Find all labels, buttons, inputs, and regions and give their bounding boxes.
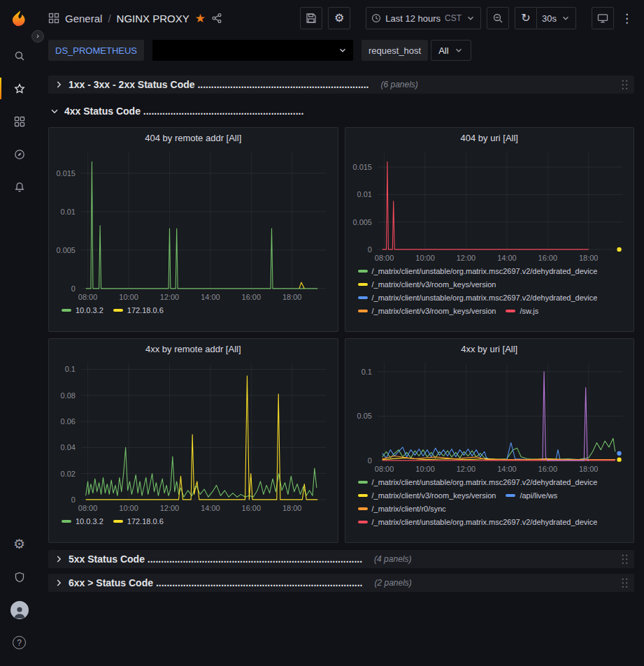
legend-series-label: /_matrix/client/r0/sync	[372, 503, 446, 514]
svg-text:10:00: 10:00	[415, 465, 434, 473]
row-drag-handle-icon[interactable]	[621, 79, 629, 91]
row-6xx[interactable]: 6xx > Status Code ......................…	[48, 574, 634, 592]
svg-text:0.01: 0.01	[61, 208, 76, 216]
kebab-icon: ⋮	[621, 13, 633, 24]
dashboard-canvas: 1xx - 3xx - 2xx Status Code ............…	[38, 68, 644, 666]
request-host-select[interactable]: All	[431, 40, 471, 61]
svg-text:12:00: 12:00	[160, 293, 179, 301]
request-host-variable: request_host All	[362, 40, 471, 61]
main-area: General / NGINX PROXY ★ ⚙	[38, 0, 644, 666]
chevron-down-icon	[466, 13, 475, 23]
clock-icon	[371, 13, 381, 23]
time-range-picker[interactable]: Last 12 hours CST	[366, 7, 481, 29]
legend-item[interactable]: /_matrix/client/v3/room_keys/version	[358, 279, 496, 290]
sidebar-item-starred[interactable]	[0, 72, 38, 105]
legend-item[interactable]: 10.0.3.2	[62, 516, 103, 527]
more-options-button[interactable]: ⋮	[620, 7, 634, 29]
chevron-down-icon	[561, 13, 571, 23]
legend-item[interactable]: /_matrix/client/unstable/org.matrix.msc2…	[358, 477, 598, 488]
svg-text:0.005: 0.005	[57, 246, 76, 254]
panel-title[interactable]: 4xx by uri [All]	[345, 339, 634, 356]
compass-icon	[14, 149, 25, 160]
legend-series-swatch	[358, 283, 368, 286]
sidebar-item-profile[interactable]	[0, 593, 38, 626]
legend-series-label: 10.0.3.2	[76, 516, 103, 527]
legend-item[interactable]: 172.18.0.6	[113, 305, 164, 316]
share-icon[interactable]	[211, 13, 222, 24]
row-4xx[interactable]: 4xx Status Code ........................…	[48, 102, 634, 120]
legend-series-swatch	[358, 507, 368, 510]
datasource-variable-select[interactable]	[152, 40, 353, 61]
legend-series-swatch	[506, 310, 515, 312]
legend-item[interactable]: /_matrix/client/r0/sync	[358, 503, 446, 514]
sidebar-item-configuration[interactable]: ⚙	[0, 528, 38, 560]
help-icon: ?	[13, 636, 26, 649]
refresh-button[interactable]: ↻	[515, 7, 537, 29]
row-panel-count: (6 panels)	[380, 80, 417, 89]
svg-text:16:00: 16:00	[538, 465, 557, 473]
apps-icon	[48, 13, 59, 24]
legend-item[interactable]: /_matrix/client/v3/room_keys/version	[358, 490, 496, 501]
favorite-star-icon[interactable]: ★	[195, 13, 206, 24]
shield-icon	[14, 572, 25, 583]
svg-text:08:00: 08:00	[374, 465, 393, 473]
svg-text:18:00: 18:00	[282, 293, 301, 301]
svg-text:0: 0	[71, 495, 76, 504]
legend-item[interactable]: /_matrix/client/unstable/org.matrix.msc2…	[358, 292, 598, 303]
time-range-label: Last 12 hours	[385, 13, 441, 24]
sidebar-expand-button[interactable]: ›	[31, 30, 44, 43]
row-panel-count: (2 panels)	[375, 578, 412, 588]
tv-mode-button[interactable]	[592, 7, 614, 29]
svg-text:10:00: 10:00	[119, 504, 138, 512]
breadcrumb-folder[interactable]: General	[65, 13, 102, 24]
chart-4xx-by-remote-addr[interactable]: 00.020.040.060.080.108:0010:0012:0014:00…	[49, 356, 338, 515]
legend-item[interactable]: 172.18.0.6	[113, 516, 164, 527]
row-5xx[interactable]: 5xx Status Code ........................…	[48, 550, 634, 568]
sidebar-item-dashboards[interactable]	[0, 105, 38, 138]
legend-item[interactable]: /sw.js	[506, 305, 538, 317]
legend-series-label: 172.18.0.6	[127, 516, 164, 527]
row-drag-handle-icon[interactable]	[621, 577, 629, 589]
row-1xx-3xx-2xx[interactable]: 1xx - 3xx - 2xx Status Code ............…	[48, 75, 634, 94]
panel-title[interactable]: 404 by remote addr [All]	[49, 128, 338, 145]
row-title: 1xx - 3xx - 2xx Status Code ............…	[69, 79, 368, 90]
legend-item[interactable]: /api/live/ws	[506, 490, 557, 501]
sidebar-item-search[interactable]	[0, 39, 38, 72]
svg-text:12:00: 12:00	[456, 254, 475, 262]
chart-404-by-remote-addr[interactable]: 00.0050.010.01508:0010:0012:0014:0016:00…	[49, 145, 338, 304]
legend-item[interactable]: /_matrix/client/unstable/org.matrix.msc2…	[358, 516, 598, 528]
refresh-interval-dropdown[interactable]: 30s	[536, 7, 576, 29]
row-drag-handle-icon[interactable]	[621, 553, 629, 565]
chart-404-by-uri[interactable]: 00.0050.010.01508:0010:0012:0014:0016:00…	[345, 145, 634, 265]
save-dashboard-button[interactable]	[300, 7, 322, 29]
panel-title[interactable]: 404 by uri [All]	[345, 128, 634, 145]
svg-text:0.015: 0.015	[352, 163, 371, 171]
chart-4xx-by-uri[interactable]: 00.050.108:0010:0012:0014:0016:0018:00	[345, 356, 634, 476]
legend-item[interactable]: /_matrix/client/unstable/org.matrix.msc2…	[358, 266, 598, 277]
svg-text:0.06: 0.06	[61, 417, 76, 426]
row-title: 6xx > Status Code ......................…	[69, 577, 363, 588]
legend-item[interactable]: /_matrix/client/v3/room_keys/version	[358, 305, 496, 317]
sidebar-item-server-admin[interactable]	[0, 560, 38, 593]
panel-4xx-by-uri: 4xx by uri [All] 00.050.108:0010:0012:00…	[345, 338, 635, 543]
grafana-logo[interactable]	[0, 6, 38, 34]
legend-series-label: /_matrix/client/v3/room_keys/version	[372, 305, 496, 317]
sidebar-item-explore[interactable]	[0, 138, 38, 171]
sidebar: ⚙ ?	[0, 0, 38, 666]
sidebar-item-alerting[interactable]	[0, 171, 38, 203]
zoom-out-button[interactable]	[487, 7, 509, 29]
datasource-variable-label: DS_PROMETHEUS	[48, 40, 144, 61]
svg-text:18:00: 18:00	[579, 254, 598, 262]
dashboard-settings-button[interactable]: ⚙	[328, 7, 350, 29]
legend-item[interactable]: 10.0.3.2	[62, 305, 103, 316]
legend-series-swatch	[358, 310, 368, 312]
sidebar-item-help[interactable]: ?	[0, 626, 38, 659]
svg-text:0: 0	[71, 284, 76, 293]
svg-text:0.04: 0.04	[61, 443, 76, 451]
topbar: General / NGINX PROXY ★ ⚙	[38, 0, 644, 36]
svg-text:0.05: 0.05	[357, 412, 371, 420]
zoom-out-icon	[492, 13, 503, 24]
svg-text:10:00: 10:00	[119, 293, 138, 301]
panels-grid: 404 by remote addr [All] 00.0050.010.015…	[48, 127, 634, 543]
panel-title[interactable]: 4xx by remote addr [All]	[49, 339, 338, 356]
